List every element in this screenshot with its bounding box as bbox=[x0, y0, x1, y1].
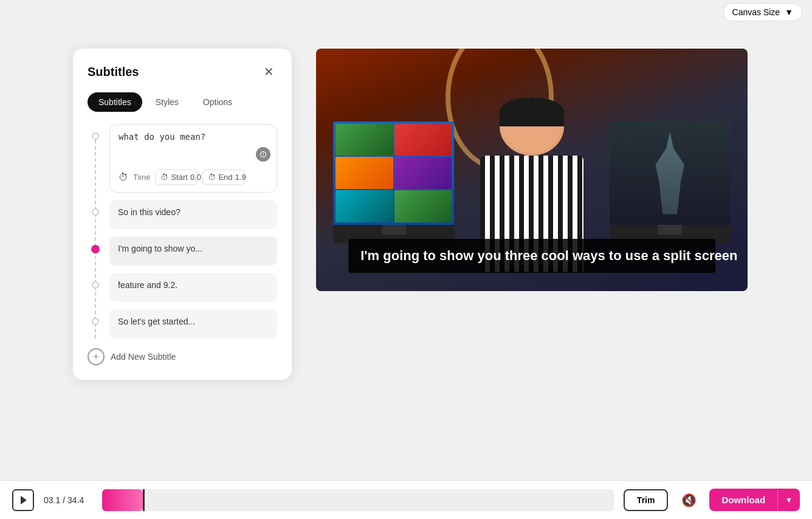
monitor-left bbox=[333, 122, 454, 243]
thumb-3 bbox=[335, 157, 393, 189]
stopwatch-icon-start: ⏱ bbox=[160, 173, 168, 182]
add-icon: + bbox=[88, 348, 105, 365]
timeline-cursor bbox=[143, 489, 145, 511]
time-controls: ⏱ Time ⏱ Start 0.0 ⏱ End 1.9 bbox=[119, 170, 268, 185]
subtitle-box-3[interactable]: I'm going to show yo... bbox=[109, 236, 277, 266]
chevron-down-icon: ▼ bbox=[785, 7, 793, 17]
time-label: Time bbox=[133, 173, 150, 182]
subtitle-overlay: I'm going to show you three cool ways to… bbox=[348, 239, 715, 273]
monitor-left-screen bbox=[333, 122, 454, 225]
thumb-6 bbox=[394, 190, 452, 222]
time-current: 03.1 bbox=[44, 495, 60, 505]
end-value: 1.9 bbox=[235, 173, 246, 182]
subtitle-box-2[interactable]: So in this video? bbox=[109, 200, 277, 229]
panel-header: Subtitles ✕ bbox=[88, 63, 277, 80]
download-chevron-icon[interactable]: ▼ bbox=[777, 490, 800, 510]
download-label: Download bbox=[709, 489, 777, 511]
time-separator: / bbox=[63, 495, 65, 505]
eiffel-tower-graphic bbox=[634, 132, 706, 215]
canvas-size-button[interactable]: Canvas Size ▼ bbox=[723, 3, 802, 21]
timeline-line bbox=[95, 134, 96, 339]
subtitle-item-3[interactable]: I'm going to show yo... bbox=[109, 236, 277, 266]
thumb-2 bbox=[394, 124, 452, 156]
thumb-4 bbox=[394, 157, 452, 189]
power-icon bbox=[260, 151, 267, 158]
subtitle-overlay-text: I'm going to show you three cool ways to… bbox=[360, 248, 737, 263]
bottom-bar: 03.1 / 34.4 Trim 🔇 Download ▼ bbox=[0, 480, 812, 519]
timeline-dot-1 bbox=[92, 132, 99, 140]
subtitle-text-2: So in this video? bbox=[118, 207, 181, 217]
timeline-progress bbox=[102, 489, 143, 511]
person-hair bbox=[500, 97, 565, 126]
subtitle-box-5[interactable]: So let's get started... bbox=[109, 309, 277, 339]
tab-styles[interactable]: Styles bbox=[145, 92, 190, 112]
power-button-1[interactable] bbox=[256, 147, 270, 162]
video-preview: I'm going to show you three cool ways to… bbox=[316, 49, 748, 291]
subtitle-expanded-1[interactable]: what do you mean? ⏱ Time ⏱ Start 0.0 bbox=[109, 124, 277, 193]
end-label: End bbox=[218, 173, 232, 182]
person-head bbox=[500, 97, 565, 156]
play-button[interactable] bbox=[12, 489, 34, 511]
subtitle-textarea-1[interactable]: what do you mean? bbox=[119, 132, 268, 162]
canvas-size-label: Canvas Size bbox=[732, 7, 780, 17]
play-icon bbox=[21, 496, 27, 504]
monitor-right bbox=[610, 122, 731, 243]
close-button[interactable]: ✕ bbox=[260, 63, 277, 80]
subtitle-text-4: feature and 9.2. bbox=[118, 280, 177, 290]
subtitle-item-5[interactable]: So let's get started... bbox=[109, 309, 277, 339]
start-time-field[interactable]: ⏱ Start 0.0 bbox=[155, 170, 198, 185]
thumb-1 bbox=[335, 124, 393, 156]
subtitles-panel: Subtitles ✕ Subtitles Styles Options wha… bbox=[73, 49, 292, 380]
trim-button[interactable]: Trim bbox=[624, 489, 669, 511]
tab-options[interactable]: Options bbox=[192, 92, 243, 112]
subtitle-item-1: what do you mean? ⏱ Time ⏱ Start 0.0 bbox=[109, 124, 277, 193]
main-content: Subtitles ✕ Subtitles Styles Options wha… bbox=[0, 24, 812, 480]
subtitle-box-4[interactable]: feature and 9.2. bbox=[109, 273, 277, 302]
timeline-dot-2 bbox=[92, 208, 99, 216]
top-bar: Canvas Size ▼ bbox=[723, 0, 812, 24]
clock-icon-1: ⏱ bbox=[119, 172, 128, 183]
time-total: 34.4 bbox=[67, 495, 84, 505]
monitor-right-screen bbox=[610, 122, 731, 225]
tab-subtitles[interactable]: Subtitles bbox=[88, 92, 142, 112]
subtitle-list: what do you mean? ⏱ Time ⏱ Start 0.0 bbox=[88, 124, 277, 339]
video-scene: I'm going to show you three cool ways to… bbox=[316, 49, 748, 291]
tabs-container: Subtitles Styles Options bbox=[88, 92, 277, 112]
timeline-dot-5 bbox=[92, 318, 99, 325]
subtitle-item-4[interactable]: feature and 9.2. bbox=[109, 273, 277, 302]
volume-button[interactable]: 🔇 bbox=[678, 489, 700, 511]
monitor-stand-left bbox=[382, 225, 406, 235]
end-time-field[interactable]: ⏱ End 1.9 bbox=[202, 170, 245, 185]
thumb-5 bbox=[335, 190, 393, 222]
download-button[interactable]: Download ▼ bbox=[709, 489, 800, 511]
stopwatch-icon-end: ⏱ bbox=[208, 173, 216, 182]
add-subtitle-button[interactable]: + Add New Subtitle bbox=[88, 348, 277, 365]
timeline-dot-4 bbox=[92, 281, 99, 289]
start-label: Start bbox=[171, 173, 187, 182]
subtitle-text-3: I'm going to show yo... bbox=[118, 244, 202, 253]
video-container: I'm going to show you three cool ways to… bbox=[316, 49, 748, 291]
monitor-stand-right bbox=[658, 225, 682, 235]
start-value: 0.0 bbox=[190, 173, 201, 182]
volume-icon: 🔇 bbox=[681, 493, 697, 507]
subtitle-text-5: So let's get started... bbox=[118, 317, 195, 326]
timeline-dot-3 bbox=[91, 245, 100, 253]
add-subtitle-label: Add New Subtitle bbox=[111, 352, 176, 362]
time-display: 03.1 / 34.4 bbox=[44, 495, 92, 505]
panel-title: Subtitles bbox=[88, 65, 139, 79]
timeline-bar[interactable] bbox=[102, 489, 614, 511]
subtitle-item-2[interactable]: So in this video? bbox=[109, 200, 277, 229]
